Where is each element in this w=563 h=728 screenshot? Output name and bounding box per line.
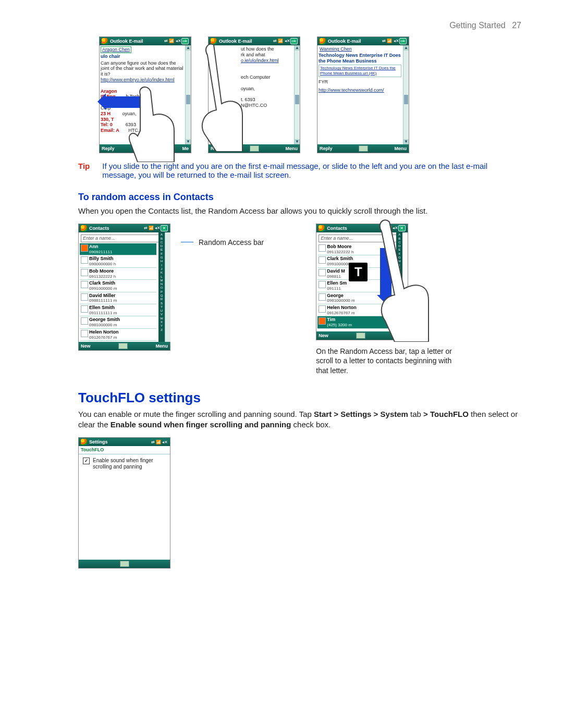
email-body-text: Can anyone figure out how does the joint… [101,60,183,77]
keyboard-icon[interactable] [118,343,128,349]
email-link[interactable]: http://www.technewsworld.com/ [319,88,408,93]
reply-button[interactable]: Reply [102,146,115,152]
contacts-screenshot-2: Contacts ⇄ 📶 ◂✕ ✕ Enter a name... ABCDEF… [316,224,408,340]
windows-start-icon[interactable] [102,38,108,44]
contact-name: Ellen Smith [89,305,155,311]
contact-name: Clark Smith [89,280,155,286]
contact-number: 0900000000 h [89,262,155,267]
swipe-left-arrow [106,96,151,108]
tip-label: Tip [78,162,90,179]
page-number: 27 [512,21,521,30]
scrollbar[interactable]: ▲▼ [185,45,191,144]
email-from[interactable]: Wanming Chen [319,46,353,52]
windows-start-icon[interactable] [211,38,217,44]
windows-start-icon[interactable] [81,439,87,445]
contact-row[interactable]: Ellen Smith0911111111 m [80,304,156,316]
softkey-bar: Reply Menu [209,144,300,153]
reply-button[interactable]: Reply [211,146,224,152]
scrollbar[interactable] [165,232,170,342]
contact-icon [319,244,326,252]
keyboard-icon[interactable] [250,145,259,152]
contacts-list[interactable]: Ann0909211111Billy Smith0900000000 hBob … [80,243,156,341]
system-tray-icons: ⇄ 📶 ◂✕ [382,39,399,44]
email-from[interactable]: Aragon Chen [101,46,131,53]
search-input[interactable]: Enter a name... [319,235,400,242]
scrollbar[interactable]: ▲▼ [294,45,300,144]
windows-start-icon[interactable] [81,225,87,231]
titlebar: Outlook E-mail ⇄ 📶 ◂✕ ok [100,37,191,45]
contact-number: 0988111111 m [89,298,155,303]
running-header: Getting Started 27 [78,21,521,30]
keyboard-icon[interactable] [356,332,365,339]
contact-number: 0911322222 h [89,274,155,279]
contact-icon [319,281,326,288]
body-text: You can enable or mute the finger scroll… [78,409,521,430]
letter-popup: T [349,263,368,281]
checkbox-icon[interactable]: ✓ [83,458,90,464]
contact-row[interactable]: Ann0909211111 [80,243,156,255]
ok-button[interactable]: ok [399,38,407,44]
swipe-down-arrow [380,248,391,295]
app-title: Outlook E-mail [328,39,382,44]
keyboard-icon[interactable] [359,145,368,152]
contact-row[interactable]: Billy Smith0900000000 h [80,255,156,267]
scrollbar[interactable]: ▲▼ [403,45,409,144]
windows-start-icon[interactable] [320,38,326,44]
keyboard-icon[interactable] [144,145,153,152]
search-input[interactable]: Enter a name... [81,235,163,242]
softkey-bar [79,560,170,568]
new-button[interactable]: New [319,333,328,339]
contact-row[interactable]: Helen Norton0912676767 m [80,329,156,341]
menu-button[interactable]: Menu [155,343,168,349]
contact-number: 0912676767 m [327,311,393,316]
email-client-area: ▲▼ Aragon Chen ulo chair Can anyone figu… [100,45,191,144]
new-button[interactable]: New [81,343,91,349]
softkey-bar: New Menu [316,331,408,340]
keyboard-icon[interactable] [120,561,129,567]
contact-name: George Smith [89,317,155,323]
enable-sound-checkbox[interactable]: ✓ Enable sound when finger scrolling and… [83,458,166,470]
contact-icon [319,317,326,325]
contact-row[interactable]: Clark Smith0991000000 m [80,280,156,292]
reply-button[interactable]: Reply [320,146,333,152]
menu-button[interactable]: Menu [394,146,407,152]
random-access-bar[interactable]: ABCDEFGHIJKLMNOPQRSTUVWXYZ [396,232,402,331]
email-body: ut how does the rk and what o.ie/ulo/ind… [210,46,299,108]
ok-button[interactable]: ok [181,38,189,44]
menu-button[interactable]: Me [182,146,189,152]
outlook-email-screenshot-2: Outlook E-mail ⇄ 📶 ◂✕ ok ▲▼ ut how does … [208,36,300,153]
windows-start-icon[interactable] [319,225,325,231]
email-link[interactable]: http://www.embryo.ie/ulo/index.html [101,77,183,83]
titlebar: Contacts ⇄ 📶 ◂✕ ✕ [79,224,170,232]
contact-row[interactable]: Tim(425) 3200 m [317,316,394,328]
section-name: Getting Started [449,21,506,30]
email-body-text: FYR [319,79,408,85]
email-client-area: ▲▼ ut how does the rk and what o.ie/ulo/… [209,45,300,144]
contact-name: Bob Moore [89,268,155,274]
contact-name: Tim [327,317,393,323]
tip-block: Tip If you slide to the right and you ar… [78,162,521,179]
contact-icon [319,293,326,301]
contact-row[interactable]: George Smith0981000000 m [80,316,156,328]
callout-text: Random Access bar [199,238,264,246]
close-button[interactable]: ✕ [161,225,168,231]
close-button[interactable]: ✕ [398,225,406,231]
ok-button[interactable]: ok [290,38,298,44]
system-tray-icons: ⇄ 📶 ◂✕ [273,39,290,44]
email-link[interactable]: o.ie/ulo/index.html [241,58,292,64]
contact-row[interactable]: Helen Norton0912676767 m [317,304,394,316]
contacts-screenshot-1: Contacts ⇄ 📶 ◂✕ ✕ Enter a name... ABCDEF… [78,224,170,351]
tip-text: If you slide to the right and you are on… [102,162,521,179]
settings-tab[interactable]: TouchFLO [79,446,170,454]
section-heading: TouchFLO settings [78,390,521,406]
contact-row[interactable]: Bob Moore0911322222 h [80,268,156,280]
email-subject: Technology News Enterprise IT Does the P… [319,53,408,64]
random-access-bar[interactable]: ABCDEFGHIJKLMNOPQRSTUVWXYZ [158,232,165,342]
contact-row[interactable]: David Miller0988111111 m [80,292,156,304]
menu-button[interactable]: Menu [394,333,406,339]
app-title: Outlook E-mail [110,39,164,44]
callout-line [181,242,193,242]
contact-icon [81,330,88,337]
attachment-link[interactable]: Technology News Enterprise IT Does the P… [319,65,401,77]
menu-button[interactable]: Menu [285,146,298,152]
